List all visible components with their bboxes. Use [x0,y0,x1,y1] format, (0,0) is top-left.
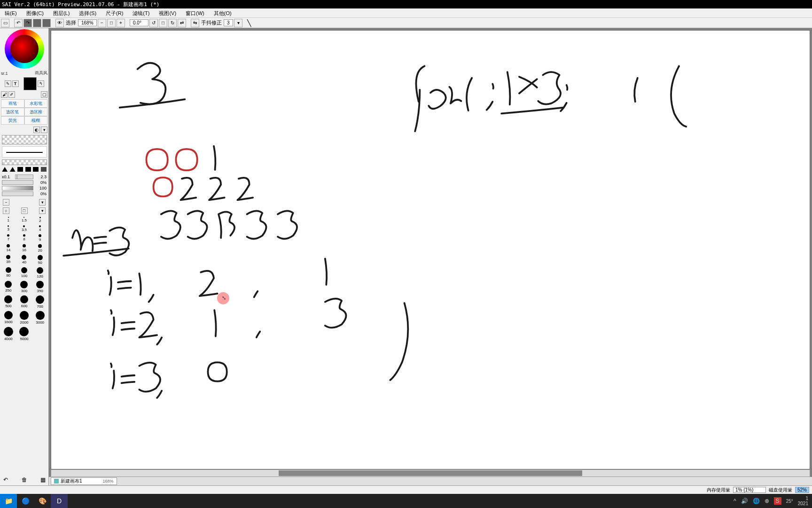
tip-triangle[interactable] [2,167,8,172]
brush-size-option[interactable]: 14 [1,243,16,253]
brush-size-option[interactable]: 700 [32,294,47,309]
stabilizer-value[interactable]: 3 [224,19,233,26]
undo-icon[interactable]: ↶ [2,476,9,484]
blend-slider[interactable] [2,191,33,196]
tip-square[interactable] [33,167,39,172]
brush-size-option[interactable]: 1600 [1,310,16,325]
zoom-out-button[interactable]: − [98,19,106,27]
brush-size-option[interactable]: 50 [32,254,47,265]
zoom-in-button[interactable]: + [117,19,125,27]
file-explorer-icon[interactable]: 📁 [0,494,17,508]
tip-square[interactable] [17,167,23,172]
bucket-icon[interactable]: ▢ [41,91,47,98]
density-slider[interactable] [2,186,33,190]
tip-square[interactable] [25,167,31,172]
eyedropper-icon[interactable]: ✎ [5,80,11,87]
toolbar-btn[interactable] [33,19,41,27]
menu-select[interactable]: 选择(S) [74,8,101,17]
tab-document[interactable]: 新建画布1 168% [51,477,117,485]
tool-glow[interactable]: 荧光 [1,116,24,125]
redo-button[interactable]: ↷ [23,19,32,27]
brush-size-option[interactable]: 3 [1,224,16,232]
brush-size-option[interactable]: 2000 [17,310,32,325]
rotate-reset-button[interactable]: □ [159,19,167,27]
flip-button[interactable]: ⇄ [178,19,186,27]
eye-icon[interactable]: 👁 [55,19,64,27]
opacity-slider[interactable] [2,180,33,185]
line-icon[interactable]: ╲ [247,19,251,27]
rotate-ccw-button[interactable]: ↺ [149,19,158,27]
menu-view[interactable]: 视图(V) [154,8,181,17]
close-tray-icon[interactable]: ⊗ [765,498,769,504]
swap-colors-icon[interactable]: ↰ [38,80,44,87]
tool-blur[interactable]: 模糊 [24,116,48,125]
square-icon[interactable]: □ [21,207,28,214]
eraser-icon[interactable]: ✐ [8,91,15,98]
horizontal-scrollbar[interactable] [51,469,810,477]
tool-brush[interactable]: 画笔 [1,99,24,108]
menu-other[interactable]: 其他(O) [209,8,236,17]
brush-size-option[interactable]: 4000 [1,326,16,341]
brush-size-option[interactable]: 500 [1,294,16,309]
network-icon[interactable]: 🌐 [753,498,760,504]
brush-size-option[interactable]: 4 [32,224,47,232]
rotate-cw-button[interactable]: ↻ [168,19,177,27]
brush-size-option[interactable]: 100 [17,266,32,279]
menu-ruler[interactable]: 尺子(R) [101,8,128,17]
brush-size-option[interactable]: 250 [1,280,16,294]
swap-icon[interactable]: ⇆ [191,19,199,27]
circle-icon[interactable]: ○ [3,207,9,214]
menu-edit[interactable]: 辑(E) [0,8,22,17]
app-icon-1[interactable]: 🔵 [17,494,34,508]
app-icon-2[interactable]: 🎨 [34,494,51,508]
zoom-reset-button[interactable]: □ [107,19,116,27]
brush-size-option[interactable]: 600 [17,294,32,309]
brush-size-option[interactable]: 1 [1,216,16,223]
zoom-value[interactable]: 168% [78,19,97,26]
dropdown-icon[interactable]: ▾ [39,207,46,214]
brush-size-option[interactable]: 300 [17,280,32,294]
tip-square[interactable] [41,167,47,172]
volume-icon[interactable]: 🔊 [741,498,748,504]
brush-size-option[interactable]: 7 [1,233,16,242]
dropdown-icon[interactable]: ▾ [39,199,46,206]
canvas[interactable]: ⤡ [51,30,810,469]
menu-filter[interactable]: 滤镜(T) [128,8,154,17]
brush-size-option[interactable]: 16 [17,243,32,253]
stabilizer-dropdown[interactable]: ▾ [234,19,242,27]
brush-size-option[interactable]: 40 [17,254,32,265]
toolbar-btn[interactable]: ▭ [1,19,9,27]
brush-size-option[interactable]: 8 [17,233,32,242]
tool-select-erase[interactable]: 选区擦 [24,108,48,116]
rotation-value[interactable]: 0.0° [130,19,148,26]
size-slider[interactable] [15,175,33,179]
menu-window[interactable]: 窗口(W) [181,8,209,17]
minus-icon[interactable]: − [3,199,9,206]
undo-button[interactable]: ↶ [14,19,23,27]
color-wheel[interactable] [5,29,44,69]
menu-image[interactable]: 图像(C) [22,8,48,17]
brush-size-option[interactable]: 350 [32,280,47,294]
brush-size-option[interactable]: 2 [32,216,47,223]
brush-size-option[interactable]: 3.5 [17,224,32,232]
tool-watercolor[interactable]: 水彩笔 [24,99,48,108]
ime-icon[interactable]: S [774,497,781,505]
chevron-up-icon[interactable]: ^ [734,498,736,504]
tip-triangle[interactable] [10,167,16,172]
dev-app-icon[interactable]: D [51,494,68,508]
trash-icon[interactable]: 🗑 [21,476,28,484]
toolbar-btn[interactable] [42,19,51,27]
text-tool-icon[interactable]: T [12,80,19,87]
brush-size-option[interactable]: 5000 [17,326,32,341]
brush-size-option[interactable]: 20 [32,243,47,253]
menu-layer[interactable]: 图层(L) [48,8,74,17]
brush-size-option[interactable]: 120 [32,266,47,279]
brush-size-option[interactable]: 9 [32,233,47,242]
tool-select-pen[interactable]: 选区笔 [1,108,24,116]
slider-icon[interactable]: ◐ [33,127,40,133]
brush-size-option[interactable]: 1.5 [17,216,32,223]
color-swatch[interactable] [23,77,37,90]
brush-size-option[interactable]: 80 [1,266,16,279]
menu-icon[interactable]: ▾ [41,127,47,133]
brush-size-option[interactable]: 3000 [32,310,47,325]
